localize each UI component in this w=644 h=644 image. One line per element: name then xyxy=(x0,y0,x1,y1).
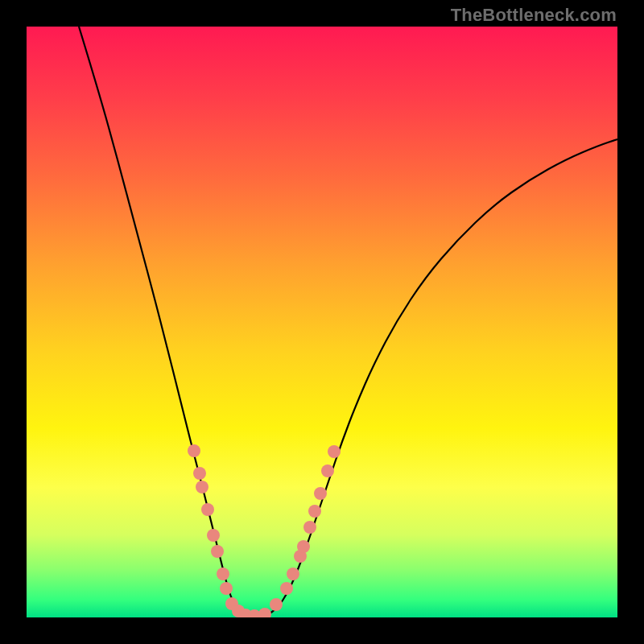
highlight-dot xyxy=(287,568,299,580)
highlight-dot xyxy=(211,545,224,558)
highlight-dot xyxy=(308,505,321,518)
highlight-dot xyxy=(314,487,327,500)
bottleneck-curve xyxy=(79,27,617,617)
highlight-dot xyxy=(258,608,271,617)
highlight-dot xyxy=(297,540,310,553)
curve-layer xyxy=(27,27,617,617)
highlight-dots xyxy=(188,444,341,617)
highlight-dot xyxy=(201,503,214,516)
highlight-dot xyxy=(217,568,229,580)
highlight-dot xyxy=(280,582,293,595)
highlight-dot xyxy=(270,598,283,611)
highlight-dot xyxy=(328,445,341,458)
highlight-dot xyxy=(321,464,334,477)
plot-area xyxy=(27,27,617,617)
highlight-dot xyxy=(303,521,316,534)
highlight-dot xyxy=(188,444,200,457)
highlight-dot xyxy=(207,529,220,542)
highlight-dot xyxy=(220,582,233,595)
watermark-text: TheBottleneck.com xyxy=(451,5,617,26)
highlight-dot xyxy=(196,481,208,493)
highlight-dot xyxy=(193,467,206,480)
chart-stage: TheBottleneck.com xyxy=(0,0,644,644)
